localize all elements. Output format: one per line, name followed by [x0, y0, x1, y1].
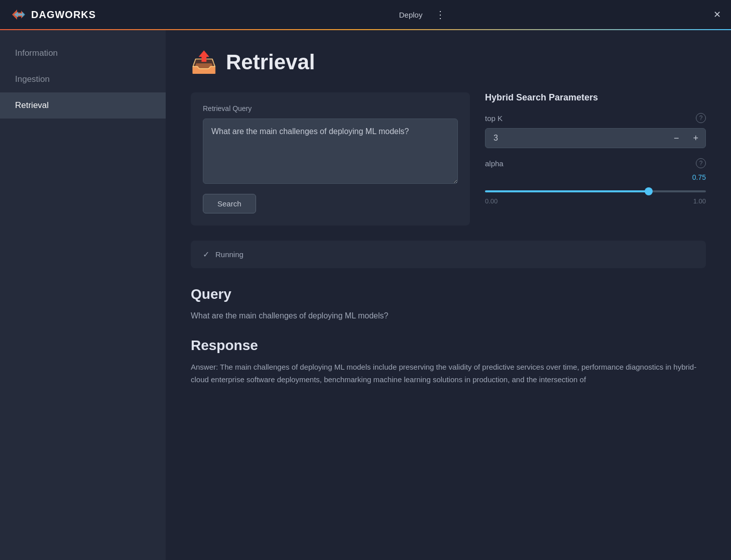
- hybrid-params-panel: Hybrid Search Parameters top K ? − +: [485, 92, 706, 226]
- alpha-help-icon[interactable]: ?: [696, 158, 706, 168]
- hybrid-params-title: Hybrid Search Parameters: [485, 92, 706, 103]
- alpha-label: alpha: [485, 159, 504, 168]
- top-k-decrement-button[interactable]: −: [667, 129, 686, 148]
- alpha-slider-container: [485, 185, 706, 194]
- top-k-section: top K ? − +: [485, 113, 706, 148]
- response-result-text: Answer: The main challenges of deploying…: [191, 361, 706, 386]
- top-bar-right: Deploy ⋮: [394, 8, 446, 22]
- slider-range-row: 0.00 1.00: [485, 197, 706, 205]
- top-k-label-row: top K ?: [485, 113, 706, 123]
- sidebar: Information Ingestion Retrieval: [0, 30, 166, 560]
- alpha-label-row: alpha ?: [485, 158, 706, 168]
- alpha-min-label: 0.00: [485, 197, 498, 205]
- status-bar: ✓ Running: [191, 241, 706, 268]
- sidebar-item-information[interactable]: Information: [0, 40, 166, 66]
- status-text: Running: [215, 250, 243, 259]
- sidebar-item-retrieval[interactable]: Retrieval: [0, 92, 166, 119]
- close-button[interactable]: ✕: [713, 9, 721, 20]
- dagworks-logo-icon: [10, 7, 26, 23]
- top-k-help-icon[interactable]: ?: [696, 113, 706, 123]
- form-row: Retrieval Query What are the main challe…: [191, 92, 706, 226]
- search-button[interactable]: Search: [203, 194, 256, 213]
- query-result-text: What are the main challenges of deployin…: [191, 309, 706, 322]
- top-k-input[interactable]: [485, 129, 667, 148]
- deploy-button[interactable]: Deploy: [394, 8, 428, 22]
- alpha-max-label: 1.00: [693, 197, 706, 205]
- more-menu-button[interactable]: ⋮: [435, 9, 445, 21]
- alpha-slider[interactable]: [485, 190, 706, 192]
- logo-area: DAGWORKS: [10, 7, 96, 23]
- top-k-input-row: − +: [485, 128, 706, 148]
- app-name: DAGWORKS: [31, 9, 96, 21]
- check-icon: ✓: [203, 250, 209, 259]
- response-section-title: Response: [191, 338, 706, 354]
- top-k-label: top K: [485, 114, 503, 123]
- top-bar: DAGWORKS Deploy ⋮ ✕: [0, 0, 731, 30]
- sidebar-item-ingestion[interactable]: Ingestion: [0, 66, 166, 92]
- alpha-value-display: 0.75: [485, 173, 706, 181]
- alpha-section: alpha ? 0.75 0.00 1.00: [485, 158, 706, 205]
- page-icon: 📤: [191, 52, 217, 73]
- page-title-row: 📤 Retrieval: [191, 50, 706, 74]
- page-title: Retrieval: [226, 50, 315, 74]
- query-panel: Retrieval Query What are the main challe…: [191, 92, 470, 226]
- app-layout: Information Ingestion Retrieval 📤 Retrie…: [0, 30, 731, 560]
- query-textarea[interactable]: What are the main challenges of deployin…: [203, 119, 458, 184]
- top-k-increment-button[interactable]: +: [686, 129, 705, 148]
- query-section-title: Query: [191, 286, 706, 302]
- main-content: 📤 Retrieval Retrieval Query What are the…: [166, 30, 731, 560]
- query-label: Retrieval Query: [203, 104, 458, 113]
